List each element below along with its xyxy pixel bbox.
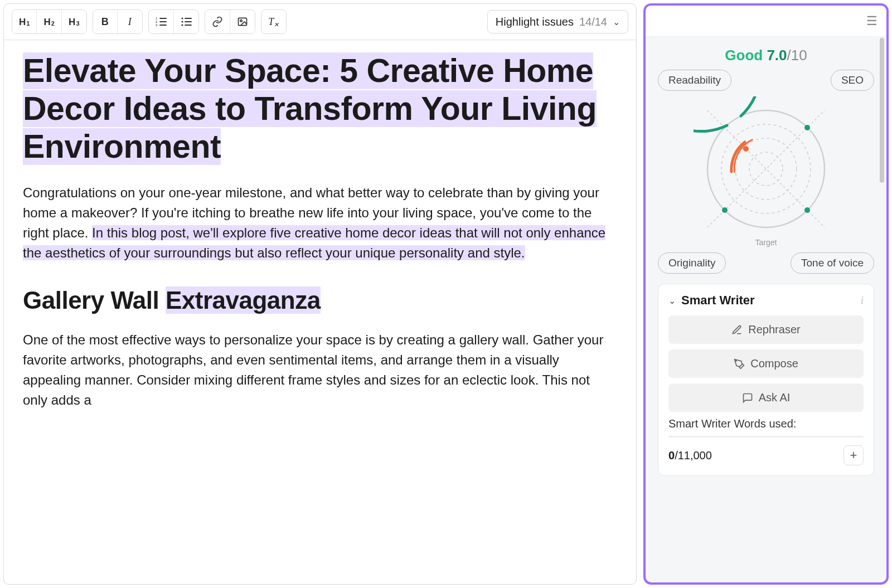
ordered-list-button[interactable]: 123 (149, 10, 174, 33)
format-group: B I (93, 9, 143, 34)
pill-readability[interactable]: Readability (658, 70, 731, 91)
insert-group (205, 9, 255, 34)
add-words-button[interactable]: + (843, 445, 864, 465)
h1-button[interactable]: H1 (12, 10, 37, 33)
menu-icon[interactable]: ☰ (866, 14, 878, 28)
highlight-issues-count: 14/14 (579, 16, 607, 28)
svg-text:3: 3 (156, 23, 158, 27)
ask-ai-button[interactable]: Ask AI (668, 383, 864, 412)
compose-button[interactable]: Compose (668, 349, 864, 378)
svg-point-13 (240, 20, 242, 22)
heading-group: H1 H2 H3 (12, 9, 87, 34)
highlight-issues-dropdown[interactable]: Highlight issues 14/14 ⌄ (487, 10, 628, 33)
italic-button[interactable]: I (118, 10, 142, 33)
svg-point-9 (181, 17, 183, 19)
smart-writer-title: Smart Writer (681, 293, 855, 308)
svg-point-23 (743, 146, 749, 152)
bold-button[interactable]: B (93, 10, 118, 33)
overall-score: Good 7.0/10 (658, 47, 874, 64)
highlight-issues-label: Highlight issues (496, 16, 574, 28)
target-label: Target (658, 238, 874, 247)
clear-group: T✕ (261, 9, 287, 34)
usage-value: 0/11,000 (668, 449, 712, 462)
usage-label: Smart Writer Words used: (668, 417, 864, 430)
smart-writer-panel: ⌄ Smart Writer i Rephraser Compose Ask A… (658, 284, 874, 476)
svg-point-11 (181, 24, 183, 26)
svg-point-21 (804, 207, 810, 213)
chevron-down-icon: ⌄ (613, 17, 620, 27)
editor-body[interactable]: Elevate Your Space: 5 Creative Home Deco… (4, 40, 636, 430)
svg-point-16 (749, 152, 783, 186)
radar-chart (658, 96, 874, 241)
svg-point-22 (722, 207, 728, 213)
sidebar-content: Good 7.0/10 Readability SEO (646, 37, 886, 582)
link-button[interactable] (205, 10, 230, 33)
editor-toolbar: H1 H2 H3 B I 123 T✕ (4, 4, 636, 40)
rephraser-button[interactable]: Rephraser (668, 315, 864, 344)
image-button[interactable] (230, 10, 255, 33)
pill-originality[interactable]: Originality (658, 252, 726, 274)
sidebar-topbar: ☰ (646, 6, 886, 37)
usage-bar (668, 436, 864, 438)
analysis-sidebar: ☰ Good 7.0/10 Readability SEO (643, 3, 889, 585)
unordered-list-button[interactable] (174, 10, 198, 33)
paragraph-2[interactable]: One of the most effective ways to person… (23, 330, 617, 410)
pill-seo[interactable]: SEO (831, 70, 874, 91)
paragraph-1[interactable]: Congratulations on your one-year milesto… (23, 183, 617, 263)
svg-point-20 (804, 125, 810, 130)
editor-pane: H1 H2 H3 B I 123 T✕ (3, 3, 637, 585)
h2-button[interactable]: H2 (37, 10, 61, 33)
document-title[interactable]: Elevate Your Space: 5 Creative Home Deco… (23, 52, 617, 166)
info-icon[interactable]: i (861, 295, 864, 307)
svg-point-10 (181, 21, 183, 22)
chevron-down-icon[interactable]: ⌄ (668, 295, 676, 306)
h3-button[interactable]: H3 (62, 10, 86, 33)
svg-rect-12 (238, 18, 246, 25)
clear-format-button[interactable]: T✕ (261, 10, 286, 33)
pill-tone[interactable]: Tone of voice (791, 252, 874, 274)
svg-point-24 (736, 360, 737, 361)
heading-gallery-wall[interactable]: Gallery Wall Extravaganza (23, 282, 617, 319)
list-group: 123 (148, 9, 199, 34)
